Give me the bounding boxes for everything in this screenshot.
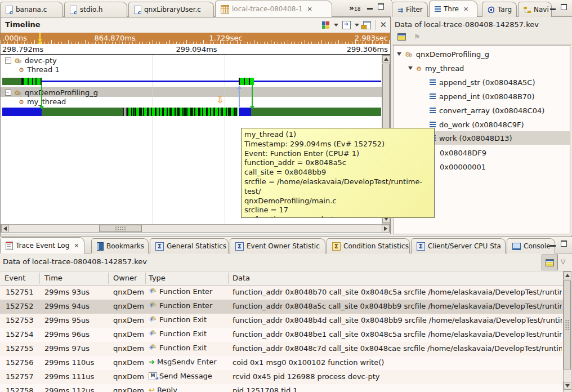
tab-thread-data[interactable]: Thre ✕ xyxy=(429,1,477,17)
scroll-up-icon[interactable] xyxy=(382,55,390,63)
toggle-table-view-button[interactable] xyxy=(542,255,558,270)
cell-event: 152753 xyxy=(6,316,38,324)
minimize-icon[interactable] xyxy=(550,8,556,10)
close-icon[interactable]: ✕ xyxy=(307,6,312,13)
scroll-down-icon[interactable] xyxy=(564,382,571,390)
toolbar-separator xyxy=(375,20,376,30)
chevron-down-icon[interactable] xyxy=(355,24,359,26)
console-icon xyxy=(512,243,521,250)
tab-bookmarks[interactable]: Bookmarks xyxy=(91,238,149,253)
editor-tab-stdio[interactable]: stdio.h xyxy=(64,2,127,17)
right-panel-window-buttons xyxy=(550,4,567,10)
maximize-icon[interactable] xyxy=(378,3,384,10)
timeline-row-my-thread[interactable]: my_thread xyxy=(19,97,66,106)
table-vscrollbar[interactable] xyxy=(563,271,571,392)
maximize-icon[interactable] xyxy=(561,4,567,10)
trace-editor-icon xyxy=(221,5,229,14)
right-tabbar: Filter Thre ✕ Targ Navi xyxy=(392,0,572,17)
event-row-152757[interactable]: 152757299ms 111usqnxDemoProfiling_gSend … xyxy=(0,370,563,384)
tree-item-function[interactable]: append_int (0x08048B70) xyxy=(430,90,570,103)
event-row-152754[interactable]: 152754299ms 96usqnxDemoProfiling_gFuncti… xyxy=(0,328,563,342)
timeline-row-qnxdemoprofiling[interactable]: qnxDemoProfiling_g xyxy=(5,88,98,97)
bookmark-icon xyxy=(97,242,104,251)
event-row-152752[interactable]: 152752299ms 94usqnxDemoProfiling_gFuncti… xyxy=(0,300,563,314)
column-header-event[interactable]: Event xyxy=(5,274,25,282)
tree-item-label: append_str (0x08048A5C) xyxy=(439,78,535,87)
tree-item-address[interactable]: 0x00000001 xyxy=(440,160,570,173)
event-row-152758[interactable]: 152758299ms 112usqnxDemoProfiling_gReply… xyxy=(0,384,563,392)
function-icon xyxy=(430,108,436,113)
tree-item-label: do_work (0x08048C9F) xyxy=(439,121,524,129)
chevron-down-icon[interactable] xyxy=(334,24,338,26)
editor-tab-qnxlibraryuser[interactable]: qnxLibraryUser.c xyxy=(128,2,214,17)
column-header-data[interactable]: Data xyxy=(233,274,250,282)
tree-item-function[interactable]: do_work (0x08048C9F) xyxy=(430,118,570,131)
event-row-152753[interactable]: 152753299ms 95usqnxDemoProfiling_gFuncti… xyxy=(0,314,563,328)
scroll-thumb[interactable] xyxy=(99,225,142,232)
collapse-icon[interactable] xyxy=(5,57,11,64)
scroll-left-icon[interactable] xyxy=(1,225,9,233)
tree-item-label: work (0x08048D13) xyxy=(439,134,512,142)
minimize-icon[interactable] xyxy=(550,245,556,247)
close-icon[interactable]: ✕ xyxy=(74,242,79,250)
cell-owner: qnxDemoProfiling_g xyxy=(113,372,144,381)
tab-console[interactable]: Console xyxy=(507,238,555,253)
qnx-ide-window: banana.c stdio.h qnxLibraryUser.c local-… xyxy=(0,0,572,392)
expander-open-icon[interactable] xyxy=(397,52,401,56)
column-divider[interactable] xyxy=(108,273,109,284)
column-divider[interactable] xyxy=(145,273,146,284)
tree-item-function[interactable]: convert_array (0x08048C04) xyxy=(430,104,570,117)
close-icon[interactable]: ✕ xyxy=(463,6,468,13)
tree-item-process[interactable]: qnxDemoProfiling_g xyxy=(397,47,570,61)
expander-open-icon[interactable] xyxy=(408,66,413,70)
scroll-thumb[interactable] xyxy=(564,280,571,369)
editor-tab-local-trace[interactable]: local-trace-080408-1 ✕ xyxy=(215,1,332,17)
timeline-ruler-zoomed[interactable]: 298.792ms 299.094ms 299.306ms xyxy=(1,44,390,55)
minimize-icon[interactable] xyxy=(367,8,373,10)
event-row-152751[interactable]: 152751299ms 93usqnxDemoProfiling_gFuncti… xyxy=(0,286,563,300)
column-divider[interactable] xyxy=(39,273,40,284)
timeline-ruler-full[interactable]: .000ns 864.870ms 1.729sec 2.983sec xyxy=(1,33,390,44)
event-row-152756[interactable]: 152756299ms 110usqnxDemoProfiling_gMsgSe… xyxy=(0,356,563,370)
lock-sync-icon[interactable] xyxy=(363,21,371,29)
close-icon[interactable]: ✕ xyxy=(379,20,387,30)
display-mode-icon[interactable] xyxy=(322,21,330,29)
column-header-type[interactable]: Type xyxy=(149,274,166,282)
editor-tab-label: qnxLibraryUser.c xyxy=(144,6,201,14)
tree-item-function[interactable]: append_str (0x08048A5C) xyxy=(430,75,570,89)
column-header-time[interactable]: Time xyxy=(44,274,62,282)
tab-client-server-cpu[interactable]: Σ Client/Server CPU Sta xyxy=(411,238,506,253)
cell-time: 299ms 96us xyxy=(44,330,106,338)
ruler-selection-marker[interactable] xyxy=(39,33,41,44)
timeline-row-devc-pty[interactable]: devc-pty xyxy=(5,56,57,65)
tab-event-owner-statistic[interactable]: Σ Event Owner Statistic xyxy=(230,238,325,253)
event-type-label: Function Exit xyxy=(159,344,207,352)
editor-tab-banana[interactable]: banana.c xyxy=(0,2,63,17)
timeline-row-thread1[interactable]: Thread 1 xyxy=(19,65,60,74)
tab-general-statistics[interactable]: Σ General Statistics xyxy=(150,238,229,253)
tree-item-address[interactable]: 0x08048DF9 xyxy=(440,146,570,159)
tab-target[interactable]: Targ xyxy=(482,2,517,17)
editor-tab-overflow-chevron[interactable]: »18 xyxy=(349,3,361,12)
tab-condition-statistics[interactable]: Σ Condition Statistics xyxy=(327,238,410,253)
scroll-up-icon[interactable] xyxy=(564,271,571,279)
event-row-152755[interactable]: 152755299ms 97usqnxDemoProfiling_gFuncti… xyxy=(0,342,563,356)
timeline-hscrollbar[interactable] xyxy=(1,224,390,233)
cell-time: 299ms 112us xyxy=(44,386,106,392)
cell-type: Function Exit xyxy=(149,329,229,338)
tab-trace-event-log[interactable]: Trace Event Log ✕ xyxy=(0,237,84,253)
editor-tab-label: local-trace-080408-1 xyxy=(232,5,302,13)
column-header-owner[interactable]: Owner xyxy=(113,274,137,282)
tab-filter[interactable]: Filter xyxy=(392,2,428,17)
cell-owner: qnxDemoProfiling_g xyxy=(113,288,144,296)
sigma-icon: Σ xyxy=(235,242,244,251)
column-divider[interactable] xyxy=(228,273,229,284)
tree-item-thread[interactable]: my_thread xyxy=(408,61,570,75)
scroll-right-icon[interactable] xyxy=(382,225,390,233)
view-menu-icon[interactable] xyxy=(561,258,565,265)
show-table-icon[interactable] xyxy=(397,33,406,41)
goto-event-icon[interactable] xyxy=(342,21,351,29)
maximize-icon[interactable] xyxy=(561,240,567,247)
collapse-icon[interactable] xyxy=(5,90,11,96)
tab-navigator[interactable]: Navi xyxy=(518,2,552,17)
